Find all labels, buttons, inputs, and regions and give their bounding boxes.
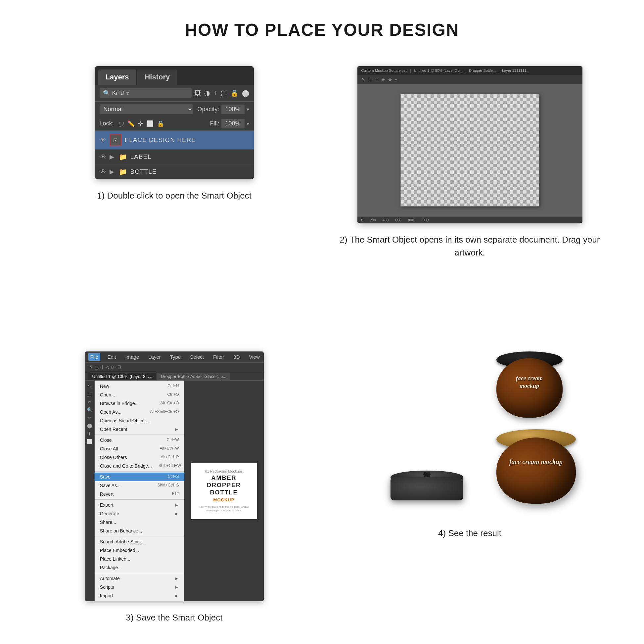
fill-dropdown[interactable]: ▾ [247, 120, 249, 127]
tool-pixel-icon[interactable]: ⬤ [242, 89, 249, 97]
main-grid: Layers History 🔍 Kind ▾ 🖼 ◑ T ⬚ 🔒 ⬤ [0, 53, 644, 637]
layer-name-label: LABEL [130, 153, 152, 161]
ps-tool-1[interactable]: ↖ [361, 77, 365, 82]
tool-text-icon[interactable]: T [213, 89, 217, 97]
eye-visibility-label[interactable]: 👁 [100, 153, 106, 161]
toolbar-icon-5[interactable]: ⊡ [117, 364, 121, 369]
left-tool-2[interactable]: ⬚ [87, 391, 92, 396]
menu-layer[interactable]: Layer [146, 353, 163, 361]
step3-cell: File Edit Image Layer Type Select Filter… [33, 351, 315, 624]
toolbar-icon-2[interactable]: ⬚ [95, 364, 99, 369]
toolbar-icon-1[interactable]: ↖ [89, 364, 93, 369]
menu-view[interactable]: View [247, 353, 262, 361]
menu-close-all[interactable]: Close All Alt+Ctrl+W [95, 444, 184, 453]
tab-history[interactable]: History [137, 69, 177, 85]
left-tool-3[interactable]: ✂ [88, 399, 92, 404]
toolbar-sep: | [102, 364, 103, 369]
menu-filter[interactable]: Filter [211, 353, 226, 361]
lock-move-icon[interactable]: ✛ [138, 120, 143, 127]
left-tool-1[interactable]: ↖ [88, 383, 92, 389]
menu-place-linked[interactable]: Place Linked... [95, 555, 184, 563]
adobe-stock-label: Search Adobe Stock... [100, 539, 146, 544]
lock-transparent-icon[interactable]: ⬚ [118, 120, 124, 127]
ps-tool-2[interactable]: ⬚ [368, 77, 372, 82]
bridge-shortcut: Alt+Ctrl+O [160, 401, 179, 406]
lock-paint-icon[interactable]: ✏️ [127, 120, 135, 127]
search-icon: 🔍 [103, 89, 110, 97]
tool-image-icon[interactable]: 🖼 [194, 89, 201, 97]
menu-close-others[interactable]: Close Others Alt+Ctrl+P [95, 453, 184, 462]
product-result-container: face cream mockup 🌹 face cream mockup [357, 351, 582, 517]
tool-smart-icon[interactable]: 🔒 [230, 89, 239, 97]
jar3: face cream mockup [496, 437, 576, 517]
menu-bridge[interactable]: Browse in Bridge... Alt+Ctrl+O [95, 399, 184, 408]
lock-all-icon[interactable]: 🔒 [157, 120, 164, 127]
fill-input[interactable] [221, 119, 245, 128]
left-tool-8[interactable]: ⬜ [87, 439, 92, 444]
revert-shortcut: F12 [172, 491, 179, 497]
menu-import[interactable]: Import ► [95, 591, 184, 600]
menu-type[interactable]: Type [168, 353, 183, 361]
menu-revert[interactable]: Revert F12 [95, 490, 184, 498]
divider-3 [95, 499, 184, 500]
jar3-body: face cream mockup [496, 437, 576, 504]
opacity-input[interactable] [221, 105, 245, 114]
menu-recent[interactable]: Open Recent ► [95, 425, 184, 434]
menu-close[interactable]: Close Ctrl+W [95, 436, 184, 444]
menu-scripts[interactable]: Scripts ► [95, 583, 184, 591]
menu-save[interactable]: Save Ctrl+S [95, 473, 184, 481]
opacity-dropdown[interactable]: ▾ [247, 106, 249, 113]
blend-mode-select[interactable]: Normal [100, 104, 193, 114]
left-tool-5[interactable]: ✏ [88, 415, 92, 420]
ps-toolbar: ↖ ⬚ ∷ ◈ ⊕ ··· [357, 75, 582, 84]
menu-new[interactable]: New Ctrl+N [95, 382, 184, 391]
ps-tool-3[interactable]: ∷ [376, 77, 378, 82]
eye-visibility-smart[interactable]: 👁 [100, 136, 106, 144]
tool-shape-icon[interactable]: ⬚ [221, 89, 227, 97]
menu-export[interactable]: Export ► [95, 501, 184, 509]
menu-open-smart[interactable]: Open as Smart Object... [95, 416, 184, 425]
menu-select[interactable]: Select [188, 353, 206, 361]
page-title: HOW TO PLACE YOUR DESIGN [0, 0, 644, 53]
toolbar-icon-4[interactable]: ▷ [112, 364, 115, 369]
left-tool-4[interactable]: 🔍 [87, 407, 92, 412]
menu-package[interactable]: Package... [95, 563, 184, 572]
menu-save-as[interactable]: Save As... Shift+Ctrl+S [95, 481, 184, 490]
ps-tool-6[interactable]: ··· [395, 77, 399, 82]
new-label: New [100, 384, 109, 389]
menu-3d[interactable]: 3D [231, 353, 242, 361]
menu-open[interactable]: Open... Ctrl+O [95, 391, 184, 399]
toolbar-icon-3[interactable]: ◁ [106, 364, 109, 369]
ps-tool-5[interactable]: ⊕ [388, 77, 392, 82]
tool-adjust-icon[interactable]: ◑ [204, 89, 210, 97]
menu-file[interactable]: File [88, 353, 100, 361]
expand-label-icon[interactable]: ▶ [110, 153, 114, 161]
menu-automate[interactable]: Automate ► [95, 574, 184, 583]
menu-edit[interactable]: Edit [106, 353, 118, 361]
app-tab-1[interactable]: Untitled-1 @ 100% (Layer 2 c... [88, 373, 157, 380]
step2-cell: Custom-Mockup-Square.psd | Untitled-1 @ … [329, 66, 611, 338]
layer-row-bottle[interactable]: 👁 ▶ 📁 BOTTLE [95, 164, 254, 179]
ps-tool-4[interactable]: ◈ [382, 77, 385, 82]
expand-bottle-icon[interactable]: ▶ [110, 168, 114, 175]
menu-adobe-stock[interactable]: Search Adobe Stock... [95, 537, 184, 546]
left-tool-6[interactable]: ⬤ [87, 423, 92, 428]
lock-artboard-icon[interactable]: ⬜ [146, 120, 154, 127]
menu-generate[interactable]: Generate ► [95, 509, 184, 518]
menu-share-behance[interactable]: Share on Behance... [95, 527, 184, 535]
menu-place-embedded[interactable]: Place Embedded... [95, 546, 184, 555]
open-as-label: Open As... [100, 409, 121, 415]
left-tool-7[interactable]: T [88, 431, 91, 436]
ruler-600: 600 [395, 218, 401, 222]
menu-open-as[interactable]: Open As... Alt+Shift+Ctrl+O [95, 408, 184, 416]
layer-row-label[interactable]: 👁 ▶ 📁 LABEL [95, 150, 254, 164]
ruler-400: 400 [383, 218, 389, 222]
menu-image[interactable]: Image [123, 353, 141, 361]
layer-row-smart[interactable]: 👁 ⊡ PLACE DESIGN HERE [95, 131, 254, 150]
app-tab-2[interactable]: Dropper-Bottle-Amber-Glass-1 p... [157, 373, 230, 380]
menu-share[interactable]: Share... [95, 518, 184, 527]
menu-close-bridge[interactable]: Close and Go to Bridge... Shift+Ctrl+W [95, 462, 184, 470]
search-box[interactable]: 🔍 Kind ▾ [100, 88, 192, 98]
eye-visibility-bottle[interactable]: 👁 [100, 168, 106, 176]
tab-layers[interactable]: Layers [98, 69, 136, 85]
